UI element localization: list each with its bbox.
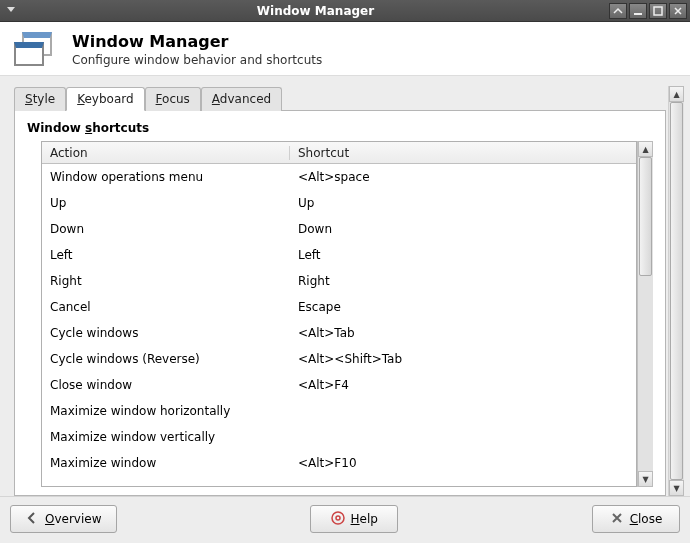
close-icon: [610, 511, 624, 528]
help-icon: [331, 511, 345, 528]
maximize-button[interactable]: [649, 3, 667, 19]
table-row[interactable]: DownDown: [42, 216, 636, 242]
cell-action: Cancel: [42, 300, 290, 314]
cell-action: Maximize window: [42, 456, 290, 470]
table-header: Action Shortcut: [42, 142, 636, 164]
table-row[interactable]: Close window<Alt>F4: [42, 372, 636, 398]
svg-rect-1: [654, 7, 662, 15]
column-shortcut[interactable]: Shortcut: [290, 146, 636, 160]
tab-advanced[interactable]: Advanced: [201, 87, 282, 111]
cell-action: Cycle windows: [42, 326, 290, 340]
cell-action: Window operations menu: [42, 170, 290, 184]
table-row[interactable]: Cycle windows (Reverse)<Alt><Shift>Tab: [42, 346, 636, 372]
cell-action: Maximize window vertically: [42, 430, 290, 444]
tab-style[interactable]: Style: [14, 87, 66, 111]
page-scrollbar[interactable]: ▲ ▼: [668, 86, 684, 496]
close-button[interactable]: Close: [592, 505, 680, 533]
cell-shortcut: Up: [290, 196, 636, 210]
cell-shortcut: <Alt>space: [290, 170, 636, 184]
table-row[interactable]: Maximize window horizontally: [42, 398, 636, 424]
table-row[interactable]: LeftLeft: [42, 242, 636, 268]
cell-action: Maximize window horizontally: [42, 404, 290, 418]
cell-action: Right: [42, 274, 290, 288]
help-button[interactable]: Help: [310, 505, 398, 533]
shade-button[interactable]: [609, 3, 627, 19]
overview-button[interactable]: Overview: [10, 505, 117, 533]
table-row[interactable]: RightRight: [42, 268, 636, 294]
scroll-up-icon[interactable]: ▲: [638, 141, 653, 157]
cell-shortcut: Left: [290, 248, 636, 262]
cell-action: Down: [42, 222, 290, 236]
titlebar[interactable]: Window Manager: [0, 0, 690, 22]
cell-action: Up: [42, 196, 290, 210]
svg-rect-0: [634, 13, 642, 15]
scroll-down-icon[interactable]: ▼: [638, 471, 653, 487]
table-row[interactable]: CancelEscape: [42, 294, 636, 320]
shortcuts-table: Action Shortcut Window operations menu<A…: [41, 141, 637, 487]
header: Window Manager Configure window behavior…: [0, 22, 690, 76]
table-row[interactable]: UpUp: [42, 190, 636, 216]
window-title: Window Manager: [22, 4, 609, 18]
table-row[interactable]: Maximize window<Alt>F10: [42, 450, 636, 476]
content: Window Manager Configure window behavior…: [0, 22, 690, 543]
column-action[interactable]: Action: [42, 146, 290, 160]
cell-shortcut: Down: [290, 222, 636, 236]
cell-shortcut: <Alt>F4: [290, 378, 636, 392]
svg-point-3: [336, 516, 340, 520]
close-window-button[interactable]: [669, 3, 687, 19]
cell-shortcut: Escape: [290, 300, 636, 314]
table-body: Window operations menu<Alt>spaceUpUpDown…: [42, 164, 636, 486]
cell-shortcut: Right: [290, 274, 636, 288]
tab-keyboard-panel: Window shortcuts Action Shortcut Window …: [14, 110, 666, 496]
window-menu-icon[interactable]: [5, 3, 17, 18]
tab-keyboard[interactable]: Keyboard: [66, 87, 144, 111]
tab-focus[interactable]: Focus: [145, 87, 201, 111]
cell-action: Left: [42, 248, 290, 262]
page-subtitle: Configure window behavior and shortcuts: [72, 53, 322, 67]
svg-point-2: [332, 512, 344, 524]
table-row[interactable]: Maximize window vertically: [42, 424, 636, 450]
tabs: StyleKeyboardFocusAdvanced: [14, 87, 666, 111]
scroll-down-icon[interactable]: ▼: [669, 480, 684, 496]
window: Window Manager Window Manager: [0, 0, 690, 543]
footer: Overview Help Close: [0, 496, 690, 543]
back-icon: [25, 511, 39, 528]
window-manager-icon: [14, 32, 58, 66]
cell-shortcut: <Alt>Tab: [290, 326, 636, 340]
cell-shortcut: <Alt><Shift>Tab: [290, 352, 636, 366]
section-title: Window shortcuts: [27, 121, 653, 135]
cell-action: Close window: [42, 378, 290, 392]
minimize-button[interactable]: [629, 3, 647, 19]
page-title: Window Manager: [72, 32, 322, 51]
table-row[interactable]: Window operations menu<Alt>space: [42, 164, 636, 190]
cell-action: Cycle windows (Reverse): [42, 352, 290, 366]
table-row[interactable]: Cycle windows<Alt>Tab: [42, 320, 636, 346]
scroll-up-icon[interactable]: ▲: [669, 86, 684, 102]
table-scrollbar[interactable]: ▲ ▼: [637, 141, 653, 487]
cell-shortcut: <Alt>F10: [290, 456, 636, 470]
